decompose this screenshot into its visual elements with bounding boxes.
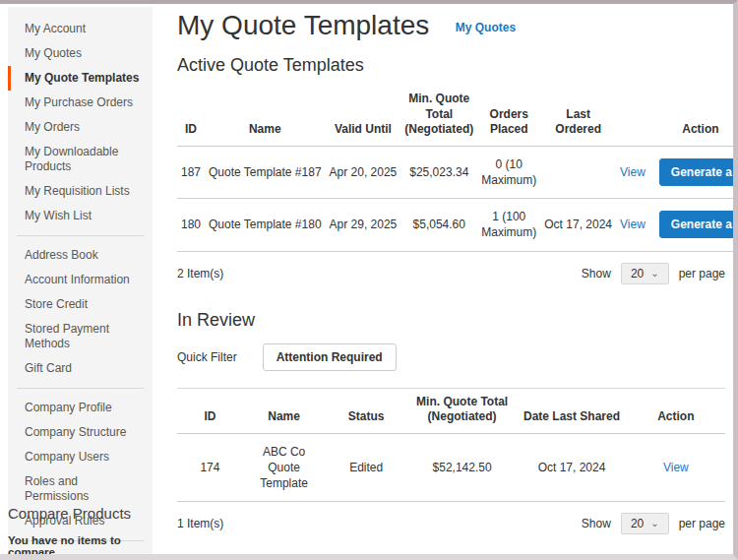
column-header-status: Status (325, 388, 407, 433)
sidebar-item-stored-payment-methods[interactable]: Stored Payment Methods (8, 317, 153, 356)
item-count: 1 Item(s) (177, 517, 223, 530)
show-label: Show (582, 517, 611, 530)
sidebar-item-account-information[interactable]: Account Information (8, 268, 153, 292)
column-header-name: Name (205, 86, 326, 146)
active-quote-templates-table: ID Name Valid Until Min. Quote Total (Ne… (177, 86, 738, 252)
cell-date-last-shared: Oct 17, 2024 (517, 433, 626, 502)
cell-id: 180 (177, 199, 205, 251)
cell-last-ordered (540, 146, 616, 198)
sidebar-item-my-quotes[interactable]: My Quotes (8, 41, 153, 66)
cell-id: 187 (177, 146, 205, 198)
action-cell: View Generate a quote (620, 211, 738, 238)
compare-products-empty-text: You have no items to compare. (8, 534, 170, 558)
sidebar-item-my-purchase-orders[interactable]: My Purchase Orders (8, 91, 153, 115)
cell-name: ABC Co Quote Template (243, 433, 326, 502)
column-header-valid-until: Valid Until (326, 86, 401, 146)
table-row: 180 Quote Template #180 Apr 29, 2025 $5,… (177, 199, 738, 251)
cell-status: Edited (325, 433, 407, 502)
in-review-table-pager: 1 Item(s) Show 20 ⌄ per page (177, 502, 725, 546)
column-header-min-quote-total: Min. Quote Total (Negotiated) (407, 388, 517, 433)
sidebar-item-my-requisition-lists[interactable]: My Requisition Lists (8, 179, 153, 204)
attention-required-filter-button[interactable]: Attention Required (263, 343, 397, 371)
cell-id: 174 (177, 433, 243, 502)
sidebar-item-my-account[interactable]: My Account (8, 17, 153, 41)
sidebar-item-company-structure[interactable]: Company Structure (8, 420, 153, 445)
column-header-action: Action (616, 86, 738, 146)
chevron-down-icon: ⌄ (650, 269, 658, 279)
cell-orders-placed: 0 (10 Maximum) (477, 146, 540, 198)
cell-min-quote-total: $5,054.60 (400, 199, 477, 251)
active-section-title: Active Quote Templates (177, 55, 725, 76)
quick-filter-label: Quick Filter (177, 350, 237, 364)
page-size-value: 20 (631, 517, 644, 530)
sidebar-divider (17, 235, 144, 236)
page-header: My Quote Templates My Quotes (177, 10, 725, 41)
active-table-pager: 2 Item(s) Show 20 ⌄ per page (177, 252, 725, 296)
table-row: 174 ABC Co Quote Template Edited $52,142… (177, 433, 725, 502)
column-header-id: ID (177, 388, 243, 433)
cell-last-ordered: Oct 17, 2024 (540, 199, 616, 251)
sidebar-item-my-orders[interactable]: My Orders (8, 115, 153, 140)
page-title: My Quote Templates (177, 10, 429, 41)
column-header-min-quote-total: Min. Quote Total (Negotiated) (400, 86, 477, 146)
column-header-last-ordered: Last Ordered (540, 86, 616, 146)
in-review-section-title: In Review (177, 310, 725, 331)
sidebar-item-roles-and-permissions[interactable]: Roles and Permissions (8, 469, 153, 509)
page-size-select[interactable]: 20 ⌄ (621, 513, 669, 534)
view-link[interactable]: View (663, 461, 689, 474)
cell-orders-placed: 1 (100 Maximum) (477, 199, 540, 251)
sidebar-item-company-users[interactable]: Company Users (8, 445, 153, 469)
compare-products-widget: Compare Products You have no items to co… (8, 505, 170, 558)
cell-name: Quote Template #180 (205, 199, 326, 251)
table-header-row: ID Name Valid Until Min. Quote Total (Ne… (177, 86, 738, 146)
main-content: My Quote Templates My Quotes Active Quot… (177, 10, 725, 560)
sidebar-item-my-wish-list[interactable]: My Wish List (8, 204, 153, 228)
sidebar-item-company-profile[interactable]: Company Profile (8, 396, 153, 420)
view-link[interactable]: View (620, 217, 646, 232)
view-link[interactable]: View (620, 164, 646, 180)
sidebar-item-address-book[interactable]: Address Book (8, 243, 153, 268)
in-review-table: ID Name Status Min. Quote Total (Negotia… (177, 388, 725, 503)
sidebar-divider (17, 388, 144, 389)
quick-filter-bar: Quick Filter Attention Required (177, 343, 725, 371)
item-count: 2 Item(s) (177, 267, 223, 280)
cell-valid-until: Apr 20, 2025 (326, 146, 401, 198)
table-row: 187 Quote Template #187 Apr 20, 2025 $25… (177, 146, 738, 198)
table-header-row: ID Name Status Min. Quote Total (Negotia… (177, 388, 725, 433)
cell-valid-until: Apr 29, 2025 (326, 199, 401, 251)
cell-min-quote-total: $25,023.34 (400, 146, 477, 198)
page-size-value: 20 (631, 267, 644, 280)
generate-a-quote-button[interactable]: Generate a quote (659, 211, 738, 238)
action-cell: View Generate a quote (620, 158, 738, 186)
sidebar-item-store-credit[interactable]: Store Credit (8, 292, 153, 317)
per-page-label: per page (679, 517, 725, 530)
per-page-label: per page (679, 267, 725, 280)
show-label: Show (582, 267, 611, 280)
column-header-orders-placed: Orders Placed (477, 86, 540, 146)
chevron-down-icon: ⌄ (650, 519, 658, 529)
page-size-select[interactable]: 20 ⌄ (621, 263, 669, 284)
column-header-date-last-shared: Date Last Shared (517, 388, 626, 433)
column-header-id: ID (177, 86, 205, 146)
compare-products-title: Compare Products (8, 505, 170, 522)
sidebar-item-my-downloadable-products[interactable]: My Downloadable Products (8, 140, 153, 179)
cell-min-quote-total: $52,142.50 (407, 433, 517, 502)
column-header-name: Name (243, 388, 326, 433)
column-header-action: Action (627, 388, 725, 433)
my-quotes-link[interactable]: My Quotes (456, 21, 516, 34)
sidebar-item-gift-card[interactable]: Gift Card (8, 356, 153, 381)
generate-a-quote-button[interactable]: Generate a quote (659, 158, 738, 186)
sidebar-item-my-quote-templates[interactable]: My Quote Templates (8, 66, 153, 91)
account-sidebar: My Account My Quotes My Quote Templates … (8, 7, 153, 560)
cell-name: Quote Template #187 (205, 146, 326, 198)
